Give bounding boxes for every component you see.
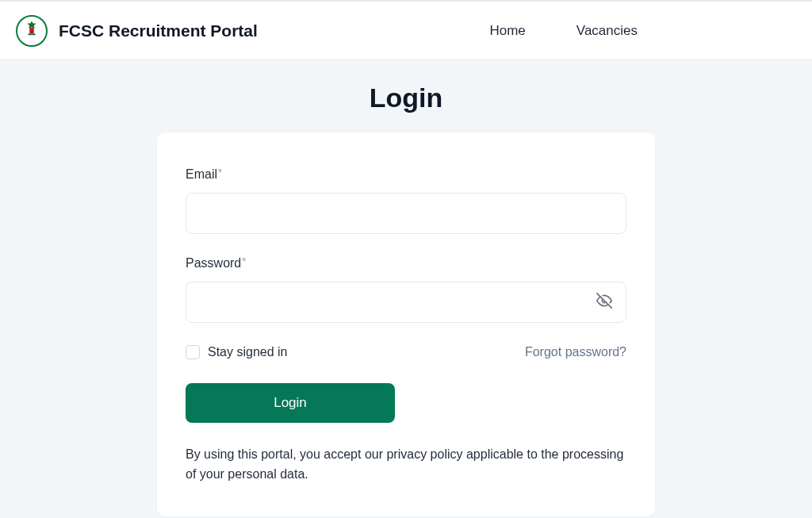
nav-vacancies[interactable]: Vacancies bbox=[576, 23, 638, 39]
email-label-text: Email bbox=[186, 167, 217, 181]
page-title: Login bbox=[0, 60, 812, 132]
site-title: FCSC Recruitment Portal bbox=[59, 21, 258, 40]
stay-signed-in-checkbox[interactable] bbox=[186, 345, 200, 359]
password-label: Password° bbox=[186, 256, 626, 271]
primary-nav: Home Vacancies bbox=[489, 23, 638, 39]
required-mark: ° bbox=[242, 256, 246, 267]
privacy-notice: By using this portal, you accept our pri… bbox=[186, 445, 626, 485]
password-label-text: Password bbox=[186, 256, 241, 270]
login-button[interactable]: Login bbox=[186, 383, 395, 423]
required-mark: ° bbox=[218, 167, 222, 178]
nav-home[interactable]: Home bbox=[489, 23, 525, 39]
email-group: Email° bbox=[186, 167, 626, 234]
stay-signed-in-wrap: Stay signed in bbox=[186, 345, 288, 359]
email-field[interactable] bbox=[186, 193, 626, 234]
options-row: Stay signed in Forgot password? bbox=[186, 345, 626, 359]
stay-signed-in-label: Stay signed in bbox=[208, 345, 288, 359]
password-group: Password° bbox=[186, 256, 626, 323]
svg-rect-1 bbox=[28, 33, 35, 35]
coat-of-arms-icon bbox=[23, 20, 40, 41]
logo-emblem bbox=[16, 15, 48, 47]
toggle-password-visibility-icon[interactable] bbox=[596, 293, 612, 312]
password-field[interactable] bbox=[186, 282, 626, 323]
brand[interactable]: FCSC Recruitment Portal bbox=[16, 15, 258, 47]
login-card: Email° Password° Stay signed in bbox=[157, 132, 655, 516]
email-label: Email° bbox=[186, 167, 626, 182]
forgot-password-link[interactable]: Forgot password? bbox=[525, 345, 626, 359]
svg-rect-0 bbox=[29, 28, 34, 33]
main-header: FCSC Recruitment Portal Home Vacancies bbox=[0, 2, 812, 60]
